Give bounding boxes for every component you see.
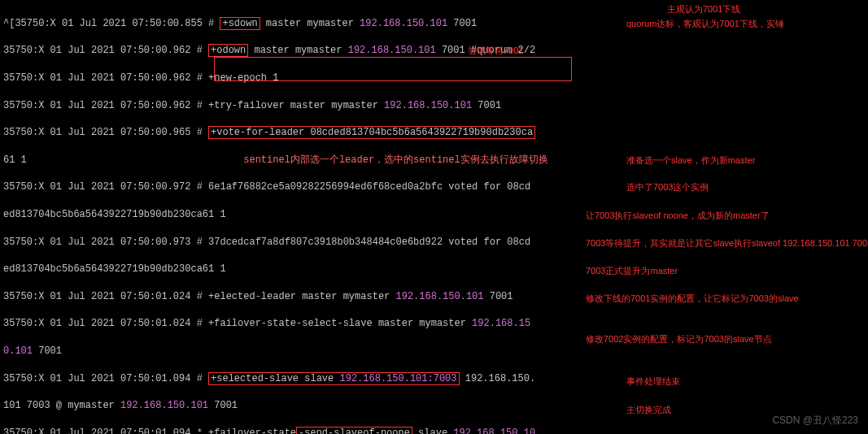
note-select-slave: 准备选一个slave，作为新master [626, 154, 755, 167]
csdn-watermark: CSDN @丑八怪223 [772, 414, 858, 427]
note-sdown: 主观认为7001下线 [667, 3, 740, 15]
note-reconf-slaves: 修改下线的7001实例的配置，让它标记为7003的slave [586, 293, 799, 305]
sdown-box: +sdown [220, 17, 260, 30]
box-vote-leader-outer [214, 57, 572, 81]
note-quorum: quorum达标，客观认为7001下线，实锤 [626, 18, 784, 30]
note-switch-master: 主切换完成 [626, 404, 671, 416]
note-event-end: 事件处理结束 [626, 375, 680, 388]
send-slaveof-box: -send-slaveof-noone [296, 427, 412, 434]
note-wait-promotion: 7003等待提升，其实就是让其它slave执行slaveof 192.168.1… [586, 237, 868, 250]
vote-leader-box: +vote-for-leader 08cded813704bc5b6a56439… [208, 126, 535, 139]
log-text: ^[35750:X 01 Jul 2021 07:50:00.855 # [3, 18, 220, 29]
note-try-failover: 尝试等待7001 [468, 45, 523, 57]
note-selected: 选中了7003这个实例 [626, 181, 709, 193]
sentinel-note-inline: sentinel内部选一个leader，选中的sentinel实例去执行故障切换 [243, 154, 547, 166]
ip-addr: 192.168.150.101 [360, 18, 447, 29]
note-reconf-7002: 修改7002实例的配置，标记为7003的slave节点 [586, 333, 772, 345]
odown-box: +odown [208, 44, 248, 57]
note-slaveof-noone: 让7003执行slaveof noone，成为新的master了 [586, 210, 770, 222]
selected-slave-box: +selected-slave slave 192.168.150.101:70… [208, 372, 459, 385]
note-promoted: 7003正式提升为master [586, 265, 678, 277]
